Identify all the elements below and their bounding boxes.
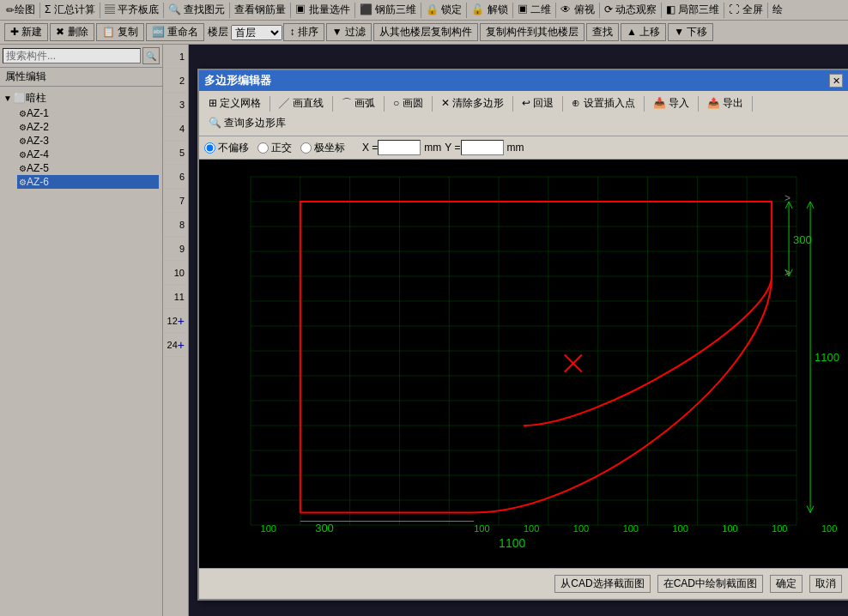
dlg-sep3 xyxy=(384,96,385,112)
y-input[interactable] xyxy=(461,140,504,155)
dlg-sep6 xyxy=(562,96,563,112)
dialog-canvas-area[interactable] xyxy=(199,160,848,568)
dialog-titlebar: 多边形编辑器 ✕ xyxy=(199,70,848,91)
dlg-sep2 xyxy=(332,96,333,112)
dlg-export[interactable]: 📤 导出 xyxy=(702,94,748,112)
dlg-draw-circle[interactable]: ○ 画圆 xyxy=(388,94,428,112)
y-label: Y = xyxy=(445,142,460,154)
from-cad-button[interactable]: 从CAD选择截面图 xyxy=(554,575,650,593)
radio-not-offset-input[interactable] xyxy=(204,142,215,154)
radio-not-offset-label: 不偏移 xyxy=(218,141,249,155)
radio-orthogonal-input[interactable] xyxy=(257,142,269,154)
x-input[interactable] xyxy=(378,140,421,155)
dlg-sep5 xyxy=(512,96,513,112)
dialog-toolbar: ⊞ 定义网格 ╱ 画直线 ⌒ 画弧 ○ 画圆 ✕ 清除多边形 ↩ 回退 ⊕ 设置… xyxy=(199,91,848,136)
confirm-button[interactable]: 确定 xyxy=(770,575,803,593)
dialog-footer: 从CAD选择截面图 在CAD中绘制截面图 确定 取消 xyxy=(199,568,848,599)
dlg-sep7 xyxy=(644,96,645,112)
dlg-import[interactable]: 📥 导入 xyxy=(648,94,694,112)
mm-label1: mm xyxy=(424,142,441,154)
dlg-sep9 xyxy=(752,96,753,112)
dlg-query-lib[interactable]: 🔍 查询多边形库 xyxy=(203,114,291,132)
dialog-options: 不偏移 正交 极坐标 X = mm Y = mm xyxy=(199,136,848,160)
dlg-sep1 xyxy=(270,96,270,112)
radio-orthogonal-label: 正交 xyxy=(271,141,292,155)
dlg-define-grid[interactable]: ⊞ 定义网格 xyxy=(203,94,266,112)
dlg-set-insert[interactable]: ⊕ 设置插入点 xyxy=(566,94,639,112)
x-label: X = xyxy=(362,142,378,154)
radio-polar-input[interactable] xyxy=(300,142,312,154)
shape-canvas[interactable] xyxy=(199,160,848,568)
radio-polar[interactable]: 极坐标 xyxy=(300,141,345,155)
radio-orthogonal[interactable]: 正交 xyxy=(257,141,292,155)
dlg-sep8 xyxy=(698,96,699,112)
dialog-close-button[interactable]: ✕ xyxy=(829,74,843,88)
dlg-sep4 xyxy=(432,96,433,112)
polygon-dialog: 多边形编辑器 ✕ ⊞ 定义网格 ╱ 画直线 ⌒ 画弧 ○ 画圆 ✕ 清除多边形 … xyxy=(197,69,848,601)
dialog-title: 多边形编辑器 xyxy=(204,73,271,88)
radio-polar-label: 极坐标 xyxy=(314,141,345,155)
dlg-clear-poly[interactable]: ✕ 清除多边形 xyxy=(436,94,509,112)
dlg-draw-line[interactable]: ╱ 画直线 xyxy=(274,94,328,112)
radio-not-offset[interactable]: 不偏移 xyxy=(204,141,249,155)
draw-in-cad-button[interactable]: 在CAD中绘制截面图 xyxy=(657,575,763,593)
modal-overlay: 多边形编辑器 ✕ ⊞ 定义网格 ╱ 画直线 ⌒ 画弧 ○ 画圆 ✕ 清除多边形 … xyxy=(0,0,848,616)
dlg-undo[interactable]: ↩ 回退 xyxy=(517,94,559,112)
dlg-draw-arc[interactable]: ⌒ 画弧 xyxy=(336,94,380,112)
mm-label2: mm xyxy=(507,142,524,154)
cancel-button[interactable]: 取消 xyxy=(809,575,842,593)
